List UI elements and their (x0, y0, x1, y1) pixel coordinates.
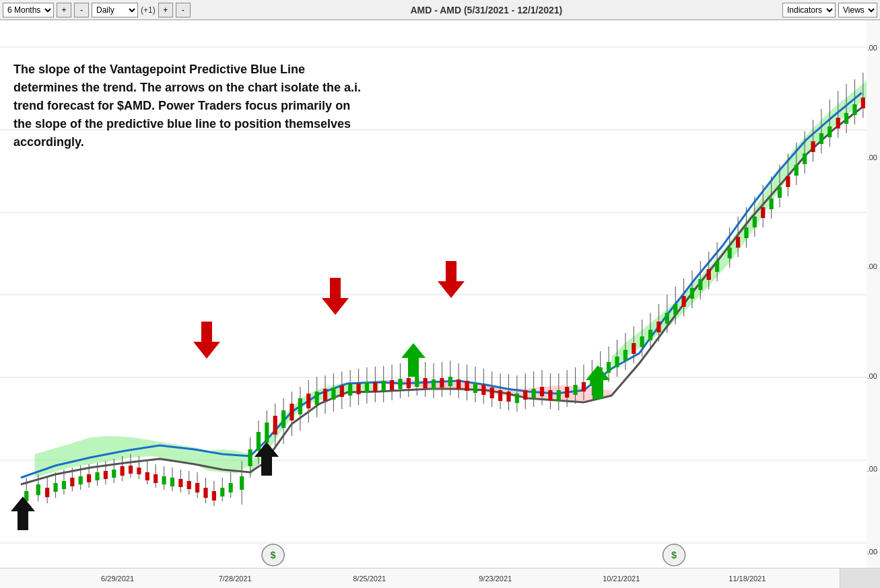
svg-rect-113 (465, 381, 469, 391)
svg-rect-17 (62, 481, 66, 489)
svg-rect-11 (36, 484, 40, 495)
svg-rect-103 (424, 378, 428, 388)
svg-rect-161 (665, 313, 669, 324)
svg-text:$: $ (671, 550, 677, 560)
svg-marker-214 (401, 343, 426, 377)
x-label-1118: 11/18/2021 (729, 575, 766, 583)
svg-rect-55 (220, 488, 224, 497)
svg-rect-123 (506, 392, 510, 402)
arrow-red-down-1 (192, 322, 222, 361)
interval-select[interactable]: Daily Weekly Monthly (92, 3, 138, 17)
svg-rect-69 (281, 410, 285, 428)
svg-rect-193 (803, 153, 807, 164)
svg-rect-43 (170, 478, 174, 486)
x-label-728: 7/28/2021 (219, 575, 252, 583)
svg-rect-71 (290, 404, 294, 420)
svg-rect-201 (836, 118, 840, 128)
svg-rect-119 (490, 388, 494, 398)
svg-rect-205 (852, 104, 856, 115)
period-minus-btn[interactable]: - (74, 3, 89, 17)
svg-rect-47 (187, 481, 191, 489)
svg-rect-111 (456, 379, 461, 390)
svg-rect-95 (390, 380, 394, 390)
svg-rect-169 (698, 279, 702, 290)
svg-rect-81 (331, 388, 335, 400)
svg-rect-73 (298, 398, 302, 414)
change-label: (+1) (141, 5, 156, 15)
svg-rect-61 (248, 449, 252, 466)
svg-rect-53 (212, 491, 216, 501)
arrow-green-up-2 (584, 365, 611, 402)
svg-rect-139 (573, 385, 577, 395)
svg-rect-107 (440, 378, 444, 388)
svg-rect-19 (70, 478, 74, 486)
svg-rect-75 (306, 394, 310, 408)
arrow-red-down-3 (436, 261, 466, 301)
svg-rect-207 (861, 98, 865, 108)
svg-rect-35 (137, 468, 141, 474)
svg-rect-153 (632, 343, 636, 354)
svg-rect-51 (203, 488, 207, 498)
x-label-629: 6/29/2021 (101, 575, 134, 583)
svg-rect-85 (348, 384, 352, 396)
period-select[interactable]: 6 Months 1 Month 3 Months 1 Year (3, 3, 54, 17)
svg-rect-21 (79, 476, 83, 484)
scrollbar[interactable] (840, 568, 880, 588)
x-axis: 6/29/2021 7/28/2021 8/25/2021 9/23/2021 … (0, 568, 840, 588)
svg-rect-109 (448, 377, 452, 386)
svg-text:$: $ (271, 550, 276, 560)
svg-rect-157 (648, 330, 652, 340)
chart-title-area: AMD - AMD (5/31/2021 - 12/1/2021) (193, 5, 780, 15)
svg-marker-210 (11, 497, 35, 530)
indicators-select[interactable]: Indicators (782, 3, 836, 17)
svg-rect-171 (707, 269, 711, 280)
svg-marker-213 (322, 278, 349, 315)
svg-rect-45 (178, 479, 182, 487)
toolbar-right: Indicators Views (782, 3, 877, 17)
svg-rect-131 (540, 387, 544, 396)
x-label-825: 8/25/2021 (353, 575, 386, 583)
svg-rect-165 (681, 296, 685, 307)
x-label-1021: 10/21/2021 (603, 575, 640, 583)
period-plus-btn[interactable]: + (57, 3, 71, 17)
svg-rect-173 (715, 261, 719, 272)
svg-rect-197 (819, 133, 823, 144)
svg-rect-203 (844, 113, 848, 124)
chart-title: AMD - AMD (5/31/2021 - 12/1/2021) (410, 5, 562, 15)
svg-rect-175 (728, 248, 732, 258)
svg-rect-41 (162, 476, 166, 484)
svg-rect-185 (770, 198, 774, 209)
svg-rect-187 (778, 187, 782, 198)
svg-rect-199 (827, 126, 832, 137)
svg-rect-99 (407, 378, 411, 388)
zoom-plus-btn[interactable]: + (158, 3, 173, 17)
svg-rect-93 (382, 381, 386, 391)
svg-rect-79 (323, 389, 327, 401)
svg-rect-133 (548, 390, 552, 400)
views-select[interactable]: Views (838, 3, 877, 17)
arrow-red-down-2 (320, 278, 350, 318)
svg-rect-23 (87, 474, 91, 482)
svg-rect-125 (515, 394, 519, 403)
svg-rect-137 (565, 387, 569, 398)
svg-rect-25 (95, 472, 99, 480)
svg-rect-159 (656, 322, 661, 332)
svg-rect-181 (753, 217, 757, 227)
svg-marker-216 (586, 365, 610, 399)
x-label-923: 9/23/2021 (479, 575, 512, 583)
svg-rect-31 (121, 466, 125, 476)
svg-rect-121 (498, 390, 502, 401)
svg-rect-129 (532, 389, 536, 398)
svg-rect-15 (53, 483, 57, 492)
svg-rect-189 (786, 176, 790, 187)
zoom-minus-btn[interactable]: - (176, 3, 191, 17)
svg-rect-33 (129, 466, 133, 474)
svg-rect-49 (195, 483, 199, 492)
svg-rect-91 (373, 382, 377, 392)
svg-rect-155 (640, 336, 644, 347)
svg-rect-89 (365, 382, 369, 393)
annotation-content: The slope of the Vantagepoint Predictive… (13, 63, 361, 149)
svg-rect-183 (761, 207, 765, 218)
arrow-black-up-2 (253, 442, 280, 478)
svg-rect-87 (356, 383, 360, 394)
